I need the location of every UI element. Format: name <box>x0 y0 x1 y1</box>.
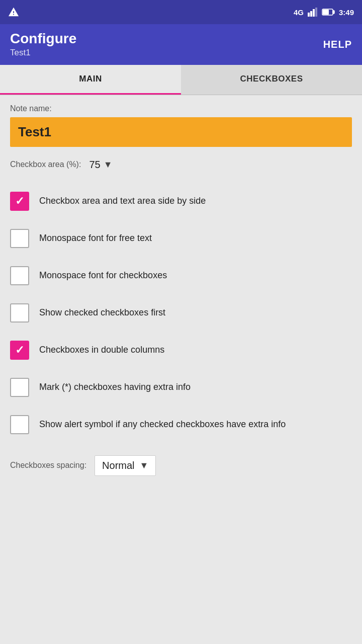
checkbox-checked-first-label: Show checked checkboxes first <box>39 307 165 318</box>
checkbox-monospace-checkboxes[interactable]: Monospace font for checkboxes <box>10 257 352 294</box>
note-name-label: Note name: <box>10 104 352 113</box>
header-subtitle: Test1 <box>10 48 76 58</box>
checkbox-side-by-side-box[interactable] <box>10 192 29 211</box>
note-name-input[interactable] <box>10 117 352 147</box>
checkbox-monospace-free[interactable]: Monospace font for free text <box>10 220 352 257</box>
spacing-label: Checkboxes spacing: <box>10 461 86 470</box>
checkbox-double-columns[interactable]: Checkboxes in double columns <box>10 332 352 369</box>
signal-label: 4G <box>294 8 304 17</box>
checkbox-area-dropdown-arrow[interactable]: ▼ <box>104 159 113 170</box>
checkbox-monospace-free-label: Monospace font for free text <box>39 232 152 244</box>
signal-bars-icon <box>308 8 318 17</box>
checkbox-monospace-free-box[interactable] <box>10 229 29 248</box>
help-button[interactable]: HELP <box>323 39 352 50</box>
spacing-dropdown-arrow: ▼ <box>140 460 149 471</box>
checkbox-side-by-side[interactable]: Checkbox area and text area side by side <box>10 183 352 220</box>
status-bar: 4G 3:49 <box>0 0 362 24</box>
tab-checkboxes[interactable]: CHECKBOXES <box>181 65 362 95</box>
header-title: Configure <box>10 31 76 47</box>
tabs-container: MAIN CHECKBOXES <box>0 65 362 95</box>
svg-rect-0 <box>308 13 310 17</box>
checkbox-checked-first-box[interactable] <box>10 303 29 323</box>
checkbox-mark-extra-box[interactable] <box>10 378 29 397</box>
checkbox-double-columns-box[interactable] <box>10 341 29 360</box>
status-bar-right: 4G 3:49 <box>294 8 354 17</box>
tab-main[interactable]: MAIN <box>0 65 181 95</box>
header: Configure Test1 HELP <box>0 24 362 65</box>
checkbox-list: Checkbox area and text area side by side… <box>10 183 352 443</box>
header-left: Configure Test1 <box>10 31 76 58</box>
checkbox-alert-symbol[interactable]: Show alert symbol if any checked checkbo… <box>10 406 352 443</box>
checkbox-area-label: Checkbox area (%): <box>10 160 81 169</box>
checkbox-monospace-checkboxes-label: Monospace font for checkboxes <box>39 270 167 281</box>
checkbox-mark-extra-label: Mark (*) checkboxes having extra info <box>39 381 191 393</box>
checkbox-alert-symbol-box[interactable] <box>10 415 29 434</box>
checkbox-monospace-checkboxes-box[interactable] <box>10 266 29 285</box>
checkbox-checked-first[interactable]: Show checked checkboxes first <box>10 294 352 332</box>
svg-rect-3 <box>315 8 317 17</box>
battery-icon <box>322 8 335 16</box>
checkbox-area-value: 75 <box>89 159 100 171</box>
spacing-dropdown[interactable]: Normal ▼ <box>95 455 156 476</box>
time-label: 3:49 <box>339 8 354 17</box>
checkbox-mark-extra[interactable]: Mark (*) checkboxes having extra info <box>10 369 352 406</box>
spacing-row: Checkboxes spacing: Normal ▼ <box>10 455 352 476</box>
checkbox-side-by-side-label: Checkbox area and text area side by side <box>39 195 206 207</box>
svg-rect-5 <box>333 11 334 14</box>
main-content: Note name: Checkbox area (%): 75 ▼ Check… <box>0 95 362 491</box>
spacing-value: Normal <box>102 460 134 471</box>
status-bar-left <box>8 7 19 18</box>
warning-icon <box>8 7 19 18</box>
checkbox-double-columns-label: Checkboxes in double columns <box>39 344 164 356</box>
checkbox-alert-symbol-label: Show alert symbol if any checked checkbo… <box>39 419 286 430</box>
svg-rect-2 <box>313 9 315 17</box>
svg-rect-1 <box>310 11 312 17</box>
checkbox-area-row: Checkbox area (%): 75 ▼ <box>10 159 352 171</box>
